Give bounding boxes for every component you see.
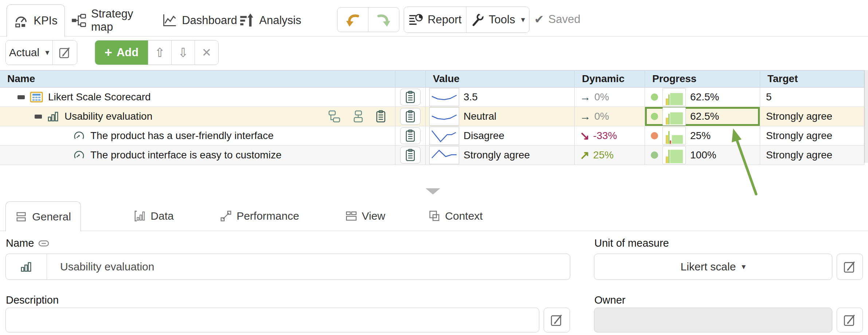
owner-label: Owner [594,294,625,306]
collapse-minus-icon[interactable] [35,115,42,119]
tab-label: Performance [236,210,299,222]
undo-button[interactable] [337,8,368,32]
tab-general[interactable]: General [5,201,81,231]
initiatives-clipboard-icon[interactable] [376,110,386,123]
move-up-button[interactable]: ⇧ [148,41,171,65]
tab-view[interactable]: View [336,201,394,231]
progress-cell-highlighted[interactable]: 62.5% [645,107,760,126]
name-input[interactable] [47,261,570,273]
chevron-down-icon: ▾ [45,48,49,57]
tab-data[interactable]: Data [128,201,179,231]
unit-of-measure-dropdown[interactable]: Likert scale ▾ [594,254,832,280]
target-value: Strongly agree [760,107,864,126]
plus-icon: + [105,45,112,60]
column-header-target[interactable]: Target [760,70,864,87]
delete-button[interactable]: ✕ [195,41,218,65]
notes-button[interactable] [400,127,421,144]
data-icon [134,210,146,222]
report-button[interactable]: Report [404,7,466,32]
progress-value: 62.5% [690,111,719,122]
trend-down-icon: ↘ [580,129,590,143]
hierarchy-branch-icon[interactable] [328,110,341,123]
dynamic-value: 0% [594,111,609,122]
status-dot [651,132,658,139]
target-value: Strongly agree [760,126,864,145]
add-button[interactable]: + Add [95,41,148,65]
progress-value: 100% [690,149,716,161]
trend-flat-icon: → [580,110,591,123]
wrench-icon [470,13,484,27]
progress-mini-chart [662,88,686,106]
progress-mini-chart [662,146,686,164]
arrow-down-icon: ⇩ [178,45,188,60]
kpi-name: The product interface is easy to customi… [90,149,281,161]
trend-up-icon: ↗ [580,148,590,162]
dynamic-value: 25% [593,149,614,161]
name-field-label: Name [6,237,49,249]
bar-chart-icon [6,254,47,280]
unit-value: Likert scale [681,261,736,273]
table-row[interactable]: The product has a user-friendly interfac… [0,126,864,146]
value-sparkline [429,146,459,164]
add-move-delete-group: + Add ⇧ ⇩ ✕ [95,40,219,65]
collapse-minus-icon[interactable] [17,95,25,99]
column-header-dynamic[interactable]: Dynamic [575,70,645,87]
table-scrollbar-track[interactable] [864,70,868,163]
column-header-name[interactable]: Name [0,70,395,87]
tab-kpis[interactable]: KPIs [7,4,65,37]
tab-performance[interactable]: Performance [208,201,310,231]
description-textarea[interactable] [6,308,539,332]
delete-x-icon: ✕ [202,46,212,59]
edit-value-button[interactable] [52,41,77,65]
move-down-button[interactable]: ⇩ [171,41,195,65]
bar-chart-icon [47,110,59,123]
value-text: Strongly agree [464,149,530,161]
unit-of-measure-label: Unit of measure [594,237,669,249]
edit-pencil-icon [58,46,71,59]
value-text: Disagree [464,130,504,142]
tab-label: Context [445,210,482,222]
notes-button[interactable] [400,108,421,125]
value-sparkline [429,107,459,126]
notes-button[interactable] [400,147,421,163]
undo-icon [345,12,361,28]
kpi-name: Usability evaluation [64,111,152,122]
trend-flat-icon: → [580,91,591,103]
redo-button[interactable] [368,8,399,32]
performance-icon [220,210,232,222]
tab-analysis[interactable]: Analysis [241,4,300,36]
hierarchy-parent-icon[interactable] [352,110,365,123]
table-row[interactable]: The product interface is easy to customi… [0,146,864,165]
tools-dropdown-button[interactable]: Tools ▾ [466,7,529,32]
tab-strategy-map[interactable]: Strategy map [71,4,156,36]
table-row-selected[interactable]: Usability evaluation [0,107,864,126]
tab-context[interactable]: Context [419,201,492,231]
tab-label: View [362,210,385,222]
value-text: 3.5 [464,91,478,103]
edit-description-button[interactable] [544,308,570,332]
column-header-progress[interactable]: Progress [645,70,760,87]
name-input-group [5,254,570,280]
edit-unit-button[interactable] [837,254,863,280]
tab-label: Dashboard [182,14,237,27]
column-header-value[interactable]: Value [426,70,575,87]
report-tools-group: Report Tools ▾ [404,7,529,33]
tab-dashboard[interactable]: Dashboard [163,4,236,36]
value-view-dropdown[interactable]: Actual ▾ [6,41,52,65]
chevron-down-icon: ▾ [521,15,525,24]
description-label: Description [6,294,59,306]
view-edit-group: Actual ▾ [5,40,77,65]
owner-field [594,308,832,332]
tools-label: Tools [489,13,515,26]
notes-button[interactable] [400,89,421,105]
table-row[interactable]: Likert Scale Scorecard 3.5 → 0% 62.5% 5 [0,88,864,107]
scorecard-icon [30,91,43,104]
link-icon[interactable] [38,239,49,247]
strategy-map-icon [71,13,86,28]
dashboard-chart-icon [162,13,177,28]
edit-owner-button[interactable] [837,308,863,332]
table-header-row: Name Value Dynamic Progress Target [0,70,864,88]
kpi-name: Likert Scale Scorecard [48,91,151,103]
panel-collapse-handle[interactable] [426,188,440,195]
report-icon [408,12,423,27]
